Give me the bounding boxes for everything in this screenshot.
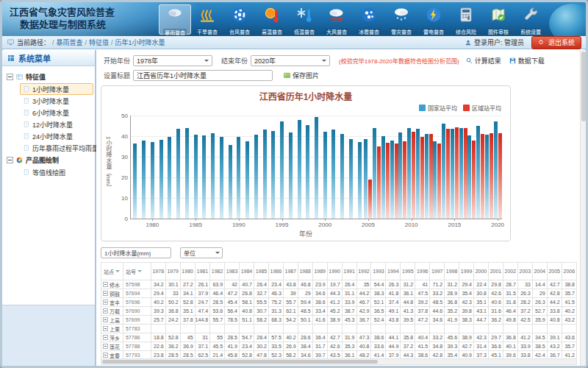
table-row-57783: 上栗57783 [101, 325, 577, 333]
toolbar-item-rainstorm[interactable]: 暴雨普查 [159, 4, 191, 35]
expander-icon[interactable] [7, 74, 13, 80]
value-cell-57690-1989: 33.4 [312, 307, 327, 316]
x-tick [368, 219, 369, 221]
year-column-header-1992: 1992 [356, 263, 371, 280]
bar-national-1982 [168, 137, 171, 219]
toolbar-item-calculator[interactable]: 综合风险 [450, 4, 482, 35]
row-expander-icon[interactable] [103, 326, 108, 331]
search-icon [465, 57, 473, 65]
year-column-header-1981: 1981 [195, 263, 210, 280]
row-expander-icon[interactable] [103, 308, 108, 314]
year-column-header-1996: 1996 [415, 263, 430, 280]
horizontal-scrollbar[interactable] [101, 358, 577, 365]
tree-item-0-3[interactable]: 12小时降水量 [20, 118, 93, 130]
tree-item-0-4[interactable]: 24小时降水量 [20, 130, 93, 142]
x-tick [152, 219, 153, 221]
value-cell-57788-1994: 44.9 [386, 342, 401, 351]
value-cell-57690-1986: 31.3 [268, 307, 283, 316]
toolbar-item-typhoon[interactable]: 台风普查 [223, 4, 256, 35]
rainstorm-icon [166, 7, 184, 27]
sidebar-header[interactable]: 系统菜单 [2, 50, 95, 66]
logout-button[interactable]: 退出系统 [531, 36, 581, 49]
precip-type-filter[interactable]: 1小时降水量(mm) [101, 247, 171, 258]
app-title-line2: 数据处理与制图系统 [10, 18, 115, 31]
row-expander-icon[interactable] [103, 300, 108, 305]
toolbar-item-drought[interactable]: 干旱普查 [191, 4, 223, 35]
row-expander-icon[interactable] [103, 282, 108, 287]
legend-item[interactable]: 区域站平均 [463, 104, 501, 112]
value-cell-57696-1984: 58.1 [240, 298, 254, 307]
station-name-cell[interactable]: 宜丰 [101, 298, 123, 307]
x-tick-label: 2000 [318, 222, 331, 228]
bar-national-2006 [373, 128, 376, 219]
sort-arrow-icon[interactable] [115, 269, 120, 275]
station-column-header[interactable]: 站点 [101, 263, 123, 280]
bar-regional-2016 [464, 128, 467, 219]
start-year-select[interactable]: 1978年 [133, 55, 212, 66]
breadcrumb-link-0[interactable]: 暴雨普查 [57, 39, 83, 46]
tree-group-0[interactable]: 特征值 [7, 71, 93, 83]
station-name-cell[interactable]: 上高 [101, 316, 123, 325]
toolbar-item-high-temp[interactable]: 高温普查 [256, 4, 288, 35]
calc-result-button[interactable]: 计算结果 [465, 56, 501, 66]
station-name-cell[interactable]: 铜鼓 [101, 289, 123, 298]
data-download-button[interactable]: 数据下载 [509, 56, 545, 66]
row-expander-icon[interactable] [103, 317, 108, 322]
station-id-column-header[interactable]: 站号 [123, 263, 151, 280]
row-expander-icon[interactable] [103, 353, 108, 358]
tree-item-0-0[interactable]: 1小时降水量 [20, 83, 93, 95]
value-cell-57783-1979 [165, 325, 180, 333]
value-cell-57694-1988: 29 [298, 289, 312, 298]
toolbar-item-snow[interactable]: 雪灾普查 [385, 4, 417, 35]
set-title-label: 设置标题 [104, 71, 130, 80]
station-name: 上栗 [110, 325, 120, 333]
value-cell-57694-2006: 35.7 [562, 289, 576, 298]
vertical-scrollbar[interactable] [580, 50, 586, 366]
toolbar-item-low-temp[interactable]: 低温普查 [288, 4, 320, 35]
end-year-select[interactable]: 2020年 [251, 55, 330, 66]
chart-title-input[interactable] [133, 70, 273, 81]
station-name-cell[interactable]: 上栗 [101, 325, 123, 333]
toolbar-item-map-audit[interactable]: 图件审核 [482, 4, 514, 35]
station-name-cell[interactable]: 萍乡 [101, 333, 123, 342]
sort-arrow-icon[interactable] [137, 269, 142, 275]
value-cell-57699-2005: 40.8 [547, 316, 562, 325]
tree-group-1[interactable]: 产品图绘制 [7, 154, 93, 166]
breadcrumb-link-1[interactable]: 特征值 [89, 39, 109, 46]
value-cell-57699-1980: 37.8 [180, 316, 195, 325]
tree-item-0-1[interactable]: 3小时降水量 [20, 95, 93, 107]
station-name-cell[interactable]: 修水 [101, 280, 123, 289]
row-expander-icon[interactable] [103, 335, 108, 340]
value-cell-57786-2005: 39.1 [547, 333, 562, 342]
expander-icon[interactable] [7, 157, 13, 163]
save-image-button[interactable]: 保存图片 [283, 71, 319, 80]
toolbar-item-wind[interactable]: 大风普查 [320, 4, 353, 35]
y-tick-label: 10 [121, 195, 128, 202]
bar-regional-2012 [429, 134, 433, 219]
unit-filter[interactable]: 单位 [180, 247, 223, 258]
toolbar-item-settings[interactable]: 系统设置 [514, 4, 547, 35]
row-expander-icon[interactable] [103, 344, 108, 349]
horizontal-scrollbar-thumb[interactable] [102, 360, 378, 364]
toolbar-item-lightning[interactable]: 雷电普查 [417, 4, 450, 35]
year-column-header-2000: 2000 [474, 263, 489, 280]
value-cell-57699-1994: 43.8 [386, 316, 401, 325]
value-cell-57788-2005: 43.2 [547, 342, 562, 351]
tree-item-0-5[interactable]: 历年暴雨过程平均雨量 [20, 142, 93, 154]
logout-label: 退出系统 [548, 38, 575, 47]
toolbar-item-hail[interactable]: 冰雹普查 [353, 4, 385, 35]
station-name-cell[interactable]: 莲花 [101, 342, 123, 351]
save-image-label: 保存图片 [293, 71, 319, 80]
tree-item-1-0[interactable]: 等值线绘图 [20, 166, 93, 178]
value-cell-57694-1994: 41.8 [386, 289, 401, 298]
vertical-scrollbar-thumb[interactable] [581, 52, 586, 121]
row-expander-icon[interactable] [103, 291, 108, 296]
legend-item[interactable]: 国家站平均 [419, 104, 457, 112]
bar-regional-2011 [420, 137, 424, 219]
breadcrumb-link-2[interactable]: 历年1小时降水量 [115, 39, 165, 46]
value-cell-57786-2002: 36.8 [503, 333, 517, 342]
value-cell-57786-1990: 42.7 [327, 333, 342, 342]
station-name-cell[interactable]: 万载 [101, 307, 123, 316]
app-title-line1: 江西省气象灾害风险普查 [10, 6, 115, 18]
tree-item-0-2[interactable]: 6小时降水量 [20, 107, 93, 118]
